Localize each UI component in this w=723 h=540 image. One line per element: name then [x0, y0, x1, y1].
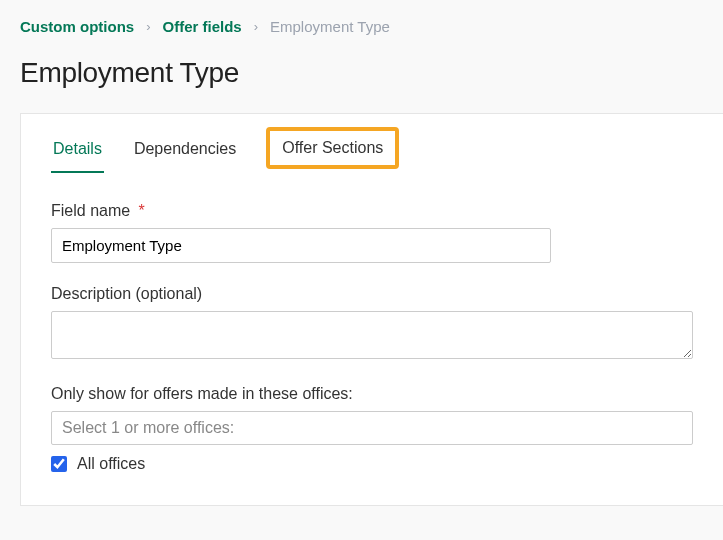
- tab-details[interactable]: Details: [51, 132, 104, 172]
- breadcrumb-custom-options[interactable]: Custom options: [20, 18, 134, 35]
- chevron-right-icon: ›: [254, 19, 258, 34]
- form-area: Field name * Description (optional) Only…: [21, 172, 723, 505]
- offices-multiselect[interactable]: Select 1 or more offices:: [51, 411, 693, 445]
- required-star-icon: *: [139, 202, 145, 219]
- tab-dependencies[interactable]: Dependencies: [132, 132, 238, 172]
- offices-group: Only show for offers made in these offic…: [51, 385, 693, 473]
- description-label: Description (optional): [51, 285, 693, 303]
- page-title: Employment Type: [0, 45, 723, 113]
- description-input[interactable]: [51, 311, 693, 359]
- description-group: Description (optional): [51, 285, 693, 363]
- tab-bar: Details Dependencies Offer Sections: [21, 114, 723, 172]
- field-name-group: Field name *: [51, 202, 693, 263]
- field-name-label-text: Field name: [51, 202, 130, 219]
- breadcrumb-current: Employment Type: [270, 18, 390, 35]
- chevron-right-icon: ›: [146, 19, 150, 34]
- breadcrumb-offer-fields[interactable]: Offer fields: [163, 18, 242, 35]
- main-card: Details Dependencies Offer Sections Fiel…: [20, 113, 723, 506]
- tab-offer-sections[interactable]: Offer Sections: [266, 127, 399, 169]
- offices-label: Only show for offers made in these offic…: [51, 385, 693, 403]
- all-offices-row: All offices: [51, 455, 693, 473]
- breadcrumb: Custom options › Offer fields › Employme…: [0, 0, 723, 45]
- all-offices-label: All offices: [77, 455, 145, 473]
- field-name-label: Field name *: [51, 202, 693, 220]
- all-offices-checkbox[interactable]: [51, 456, 67, 472]
- field-name-input[interactable]: [51, 228, 551, 263]
